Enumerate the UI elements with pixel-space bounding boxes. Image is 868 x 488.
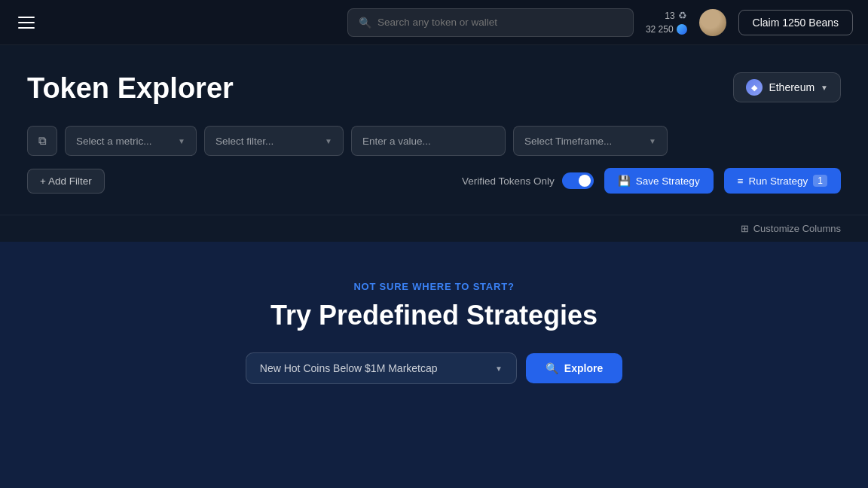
main-lower-section: NOT SURE WHERE TO START? Try Predefined … [0, 242, 868, 488]
filters-row: ⧉ Select a metric... ▼ Select filter... … [27, 126, 841, 156]
chevron-down-icon: ▼ [325, 137, 332, 145]
value-placeholder: Enter a value... [362, 136, 431, 147]
value-input[interactable]: Enter a value... [351, 126, 506, 156]
predefined-title: Try Predefined Strategies [270, 300, 598, 331]
explore-button[interactable]: 🔍 Explore [526, 353, 622, 383]
claim-beans-button[interactable]: Claim 1250 Beans [738, 10, 853, 35]
metric-placeholder: Select a metric... [76, 136, 152, 147]
eth-icon: ◆ [746, 79, 763, 96]
network-label: Ethereum [769, 81, 815, 93]
topnav: 🔍 13 ♻ 32 250 Claim 1250 Beans [0, 0, 868, 45]
save-icon: 💾 [618, 175, 631, 187]
search-input[interactable] [377, 17, 622, 28]
save-strategy-label: Save Strategy [636, 175, 700, 187]
count-value: 13 [665, 9, 674, 23]
chevron-down-icon: ▼ [495, 364, 503, 373]
timeframe-select[interactable]: Select Timeframe... ▼ [513, 126, 668, 156]
run-strategy-label: Run Strategy [749, 175, 808, 187]
beans-value: 32 250 [646, 23, 674, 36]
predefined-select-row: New Hot Coins Below $1M Marketcap ▼ 🔍 Ex… [246, 352, 622, 384]
avatar-image [699, 9, 726, 36]
hamburger-menu[interactable] [15, 14, 38, 32]
metric-select[interactable]: Select a metric... ▼ [65, 126, 197, 156]
customize-columns-label: Customize Columns [753, 223, 841, 234]
network-selector[interactable]: ◆ Ethereum ▼ [733, 72, 841, 102]
chevron-down-icon: ▼ [821, 84, 828, 92]
search-bar[interactable]: 🔍 [347, 8, 634, 37]
verified-toggle[interactable] [562, 172, 594, 189]
bean-icon [677, 24, 687, 35]
page-title: Token Explorer [27, 72, 841, 105]
sliders-icon: ⧉ [38, 134, 47, 148]
timeframe-placeholder: Select Timeframe... [524, 136, 612, 147]
search-icon: 🔍 [359, 17, 371, 29]
leaf-icon: ♻ [678, 8, 687, 23]
save-strategy-button[interactable]: 💾 Save Strategy [604, 168, 714, 194]
customize-columns-button[interactable]: ⊞ Customize Columns [741, 223, 841, 234]
predefined-strategy-dropdown[interactable]: New Hot Coins Below $1M Marketcap ▼ [246, 352, 517, 384]
predefined-dropdown-value: New Hot Coins Below $1M Marketcap [260, 362, 438, 374]
filter-select[interactable]: Select filter... ▼ [204, 126, 344, 156]
explore-icon: 🔍 [546, 362, 558, 374]
verified-tokens-toggle-wrap: Verified Tokens Only [462, 172, 594, 189]
filter-icon-button[interactable]: ⧉ [27, 126, 57, 156]
verified-toggle-label: Verified Tokens Only [462, 175, 555, 187]
chevron-down-icon: ▼ [649, 137, 656, 145]
chevron-down-icon: ▼ [178, 137, 185, 145]
nav-stats: 13 ♻ 32 250 [646, 8, 687, 37]
toggle-thumb [579, 175, 591, 187]
actions-row: + Add Filter Verified Tokens Only 💾 Save… [27, 168, 841, 194]
customize-icon: ⊞ [741, 223, 749, 234]
main-upper-section: Token Explorer ◆ Ethereum ▼ ⧉ Select a m… [0, 45, 868, 215]
customize-columns-row: ⊞ Customize Columns [0, 215, 868, 242]
run-strategy-button[interactable]: ≡ Run Strategy 1 [724, 168, 841, 194]
run-strategy-badge: 1 [813, 175, 827, 187]
explore-label: Explore [564, 362, 603, 374]
filter-placeholder: Select filter... [215, 136, 274, 147]
filter-run-icon: ≡ [738, 175, 744, 187]
predefined-eyebrow: NOT SURE WHERE TO START? [353, 281, 514, 292]
add-filter-button[interactable]: + Add Filter [27, 169, 105, 194]
avatar[interactable] [699, 9, 726, 36]
